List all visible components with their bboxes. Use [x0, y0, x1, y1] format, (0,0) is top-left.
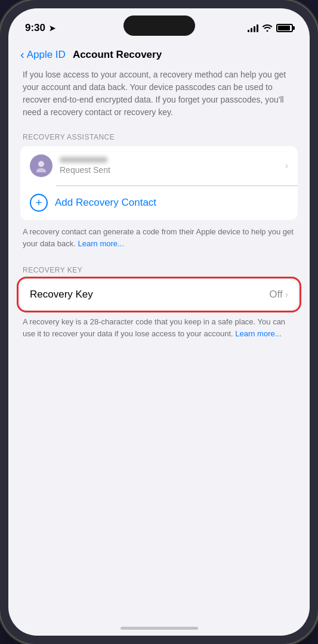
plus-icon: +	[30, 194, 48, 212]
signal-bar-1	[248, 30, 249, 32]
svg-point-0	[38, 161, 44, 167]
signal-bar-2	[251, 28, 252, 32]
recovery-key-card: Recovery Key Off ›	[20, 279, 298, 310]
avatar	[30, 154, 53, 177]
recovery-assistance-footer-text: A recovery contact can generate a code f…	[23, 227, 294, 248]
recovery-key-row-label: Recovery Key	[30, 289, 93, 301]
recovery-assistance-learn-more-link[interactable]: Learn more...	[78, 239, 124, 248]
battery-fill	[278, 26, 290, 30]
recovery-key-wrapper: Recovery Key Off ›	[20, 279, 298, 310]
recovery-assistance-card: Request Sent › + Add Recovery Contact	[20, 146, 298, 220]
svg-point-1	[36, 168, 46, 172]
recovery-key-value: Off ›	[269, 289, 288, 301]
intro-description: If you lose access to your account, a re…	[20, 69, 298, 119]
location-arrow-icon: ➤	[49, 24, 55, 33]
battery-icon	[276, 24, 293, 32]
recovery-assistance-footer: A recovery contact can generate a code f…	[20, 226, 298, 249]
phone-screen: 9:30 ➤	[8, 8, 310, 636]
page-title: Account Recovery	[73, 49, 162, 61]
back-button[interactable]: ‹ Apple ID	[20, 48, 66, 61]
recovery-key-status: Off	[269, 289, 282, 301]
wifi-icon	[262, 23, 273, 33]
contact-name-blurred	[60, 157, 107, 163]
add-recovery-contact-row[interactable]: + Add Recovery Contact	[20, 185, 298, 220]
signal-bar-3	[254, 26, 255, 32]
home-indicator[interactable]	[121, 627, 198, 630]
recovery-key-row[interactable]: Recovery Key Off ›	[20, 279, 298, 310]
signal-icon	[248, 24, 258, 32]
contact-subtitle: Request Sent	[60, 165, 285, 175]
recovery-assistance-section-label: RECOVERY ASSISTANCE	[20, 133, 298, 141]
recovery-contact-row[interactable]: Request Sent ›	[20, 146, 298, 185]
main-content: If you lose access to your account, a re…	[8, 69, 310, 624]
status-icons	[248, 23, 293, 33]
nav-header: ‹ Apple ID Account Recovery	[8, 43, 310, 69]
dynamic-island	[124, 16, 195, 36]
back-button-label: Apple ID	[27, 49, 66, 61]
recovery-key-description: A recovery key is a 28-character code th…	[20, 316, 298, 339]
contact-row-chevron-icon: ›	[285, 160, 288, 171]
signal-bar-4	[257, 24, 258, 32]
recovery-key-chevron-icon: ›	[285, 289, 288, 300]
add-recovery-contact-label: Add Recovery Contact	[55, 197, 156, 209]
back-chevron-icon: ‹	[20, 48, 24, 61]
status-time: 9:30 ➤	[25, 22, 55, 34]
contact-row-content: Request Sent	[60, 157, 285, 175]
recovery-key-section-label: RECOVERY KEY	[20, 266, 298, 274]
phone-frame: 9:30 ➤	[0, 0, 318, 644]
recovery-key-learn-more-link[interactable]: Learn more...	[235, 329, 281, 338]
time-display: 9:30	[25, 22, 45, 34]
